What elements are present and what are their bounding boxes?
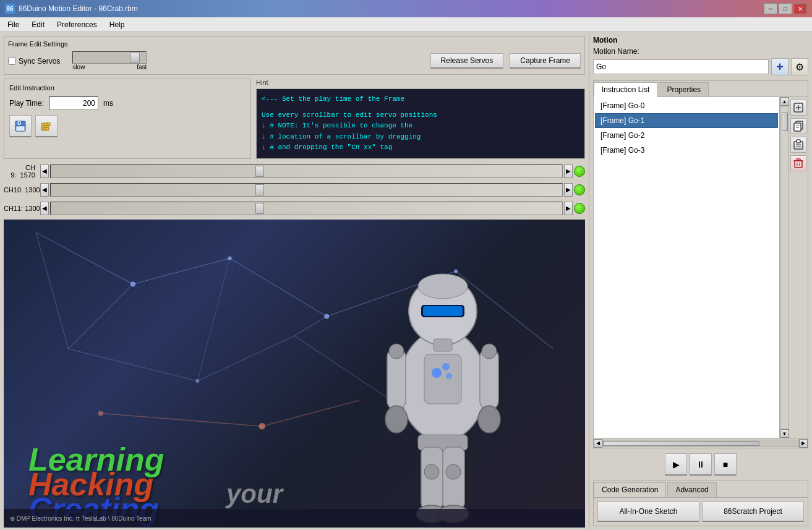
- instruction-tabs-row: Instruction List Properties: [594, 81, 808, 97]
- motion-settings-button[interactable]: ⚙: [791, 58, 808, 75]
- svg-rect-31: [424, 354, 461, 404]
- right-panel: Motion Motion Name: Go Walk Run Dance + …: [589, 32, 812, 530]
- ch11-label: CH11: 1300: [4, 205, 38, 212]
- code-tabs-row: Code Generation Advanced: [594, 481, 808, 498]
- frame-item-go0[interactable]: [Frame] Go-0: [595, 98, 778, 113]
- ch11-track[interactable]: [50, 202, 563, 215]
- scroll-right-button[interactable]: ▶: [799, 439, 808, 448]
- horizontal-scrollbar[interactable]: ◀ ▶: [594, 438, 808, 448]
- svg-line-15: [197, 336, 294, 381]
- 86scratch-project-button[interactable]: 86Scratch Project: [702, 502, 804, 522]
- add-motion-button[interactable]: +: [771, 58, 788, 75]
- svg-line-21: [262, 400, 359, 426]
- all-in-one-sketch-button[interactable]: All-In-One Sketch: [597, 502, 699, 522]
- motion-name-row: Go Walk Run Dance + ⚙: [593, 58, 808, 75]
- window-title: 86Duino Motion Editor - 86Crab.rbm: [19, 4, 138, 13]
- scroll-down-button[interactable]: ▼: [780, 429, 789, 438]
- list-scrollbar: ▲ ▼: [779, 97, 789, 438]
- instruction-section: Instruction List Properties [Frame] Go-0…: [593, 80, 808, 448]
- scroll-thumb[interactable]: [782, 113, 788, 131]
- ch9-indicator: [574, 166, 585, 177]
- tab-advanced[interactable]: Advanced: [667, 482, 716, 497]
- ch10-thumb[interactable]: [255, 184, 264, 195]
- tab-properties[interactable]: Properties: [659, 82, 709, 96]
- ch10-arrow-left[interactable]: ◀: [40, 183, 49, 197]
- frame-item-go2[interactable]: [Frame] Go-2: [595, 128, 778, 143]
- svg-point-27: [195, 379, 199, 383]
- delete-frame-button[interactable]: [790, 155, 806, 171]
- svg-rect-66: [797, 159, 800, 161]
- title-buttons[interactable]: ─ □ ✕: [764, 3, 807, 14]
- settings-row: Sync Servos slow fast Release Servos Cap…: [8, 51, 581, 71]
- svg-point-34: [446, 373, 452, 379]
- play-time-input[interactable]: [49, 96, 98, 110]
- paste-frame-button[interactable]: [790, 137, 806, 153]
- svg-point-38: [418, 274, 468, 299]
- ch10-slider-container: ◀ ▶: [40, 183, 585, 197]
- app-icon: 86: [5, 4, 15, 14]
- action-icons: [789, 97, 808, 438]
- capture-frame-button[interactable]: Capture Frame: [510, 53, 581, 69]
- channel-list: CH 9: 1570 ◀ ▶ CH10: 1300 ◀ ▶: [4, 163, 585, 217]
- copy-frame-button[interactable]: [790, 118, 806, 134]
- svg-rect-7: [43, 127, 48, 128]
- menu-bar: File Edit Preferences Help: [0, 17, 812, 32]
- ch10-track[interactable]: [50, 183, 563, 197]
- h-scroll-track[interactable]: [602, 440, 799, 447]
- minimize-button[interactable]: ─: [764, 3, 777, 14]
- new-frame-button[interactable]: [790, 100, 806, 116]
- scroll-up-button[interactable]: ▲: [780, 97, 789, 106]
- slider-labels: slow fast: [72, 64, 147, 71]
- hint-line3: Use every scrollbar to edit servo positi…: [262, 110, 579, 121]
- h-scroll-thumb[interactable]: [603, 441, 759, 446]
- motion-section: Motion Motion Name: Go Walk Run Dance + …: [593, 36, 808, 75]
- play-button[interactable]: ▶: [665, 453, 687, 476]
- robot-text-your: your: [226, 479, 283, 509]
- tab-instruction-list[interactable]: Instruction List: [594, 82, 657, 97]
- close-button[interactable]: ✕: [793, 3, 807, 14]
- scroll-track[interactable]: [780, 106, 789, 429]
- sync-checkbox-group: Sync Servos: [8, 57, 60, 66]
- ch11-arrow-left[interactable]: ◀: [40, 202, 49, 215]
- svg-rect-61: [797, 140, 800, 143]
- open-instruction-button[interactable]: [35, 115, 58, 137]
- maximize-button[interactable]: □: [779, 3, 792, 14]
- tab-code-generation[interactable]: Code Generation: [594, 482, 666, 497]
- save-instruction-button[interactable]: [9, 115, 32, 137]
- frame-list-row: [Frame] Go-0 [Frame] Go-1 [Frame] Go-2 […: [594, 97, 808, 438]
- ch11-arrow-right[interactable]: ▶: [564, 202, 573, 215]
- frame-item-go3[interactable]: [Frame] Go-3: [595, 143, 778, 158]
- ch9-thumb[interactable]: [255, 166, 264, 177]
- speed-slider-thumb[interactable]: [130, 53, 140, 62]
- playback-controls: ▶ ⏸ ■: [593, 448, 808, 481]
- release-servos-button[interactable]: Release Servos: [430, 53, 504, 69]
- menu-preferences[interactable]: Preferences: [52, 19, 102, 30]
- svg-line-11: [230, 259, 327, 317]
- menu-help[interactable]: Help: [105, 19, 130, 30]
- svg-point-50: [482, 344, 497, 359]
- svg-line-22: [36, 233, 68, 349]
- frame-item-go1[interactable]: [Frame] Go-1: [595, 113, 778, 128]
- motion-section-label: Motion: [593, 36, 808, 45]
- ch9-arrow-left[interactable]: ◀: [40, 165, 49, 178]
- svg-rect-37: [423, 306, 463, 316]
- svg-point-32: [432, 368, 442, 378]
- ch9-arrow-right[interactable]: ▶: [564, 165, 573, 178]
- speed-slider-track[interactable]: [72, 51, 147, 64]
- motion-name-dropdown[interactable]: Go Walk Run Dance: [593, 59, 769, 74]
- sync-servos-checkbox[interactable]: [8, 57, 16, 65]
- ch10-arrow-right[interactable]: ▶: [564, 183, 573, 197]
- scroll-left-button[interactable]: ◀: [594, 439, 602, 448]
- ch9-track[interactable]: [50, 165, 563, 178]
- motion-name-label: Motion Name:: [593, 47, 808, 56]
- menu-edit[interactable]: Edit: [27, 19, 49, 30]
- ch11-thumb[interactable]: [255, 203, 264, 214]
- sync-servos-label: Sync Servos: [19, 57, 60, 66]
- menu-file[interactable]: File: [2, 19, 24, 30]
- ch9-label: CH 9: 1570: [4, 164, 38, 179]
- edit-section: Edit Instruction Play Time: ms: [4, 79, 585, 159]
- svg-rect-8: [43, 129, 46, 130]
- stop-button[interactable]: ■: [714, 453, 737, 476]
- left-panel: Frame Edit Settings Sync Servos slow fas…: [0, 32, 589, 530]
- pause-button[interactable]: ⏸: [690, 453, 712, 476]
